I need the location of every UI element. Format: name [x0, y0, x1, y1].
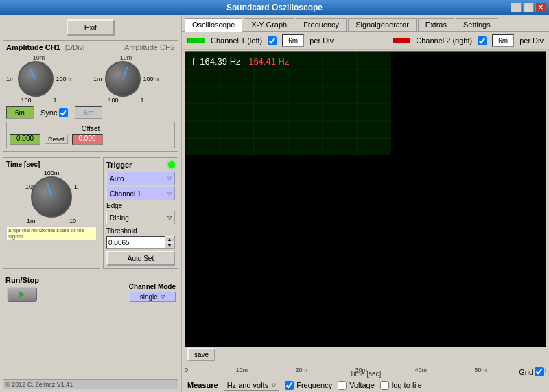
trigger-section: Trigger Auto ▽ Channel 1 ▽ Edge Rising ▽ [103, 157, 178, 269]
time-knob-area: 100m 10m 1 1m 10 [24, 170, 79, 224]
ch1-amplitude-knob[interactable] [18, 61, 54, 97]
ch2-per-div[interactable]: 6m [492, 34, 514, 47]
copyright-bar: © 2012 C. Zeitnitz V1.41 [3, 379, 178, 389]
offset-ch2-input[interactable]: 0.000 [72, 134, 103, 145]
maximize-btn[interactable]: □ [523, 3, 534, 12]
exit-button[interactable]: Exit [67, 19, 115, 36]
run-stop-knob[interactable] [7, 287, 37, 302]
sync-label: Sync [40, 108, 57, 117]
trigger-edge-arrow: ▽ [167, 215, 172, 221]
time-label-100m: 100m [44, 170, 60, 176]
time-label-10: 10 [69, 218, 76, 224]
time-label-1m: 1m [27, 218, 36, 224]
tab-oscilloscope[interactable]: Oscilloscope [185, 18, 242, 32]
sync-ch1-field[interactable]: 6m [6, 106, 34, 119]
frequency-checkbox[interactable] [285, 381, 294, 390]
threshold-spinner[interactable]: ▲ ▼ [165, 236, 174, 249]
main-container: Exit Amplitude CH1 [1/Div] Amplitude CH2… [0, 15, 549, 392]
measure-unit-label: Hz and volts [227, 381, 269, 389]
voltage-check-row: Voltage [338, 381, 375, 390]
window-controls[interactable]: — □ ✕ [511, 3, 546, 12]
channel-mode-value: single [140, 293, 158, 301]
sync-ch2-field[interactable]: 6m [75, 106, 102, 119]
measure-label: Measure [187, 381, 218, 389]
voltage-checkbox[interactable] [338, 381, 347, 390]
sync-checkbox-row: Sync [40, 108, 68, 117]
time-knob[interactable] [31, 176, 72, 218]
oscilloscope-display: ✛ f 164.39 Hz 164.41 Hz [185, 51, 546, 347]
offset-ch1-input[interactable]: 0.000 [10, 134, 40, 145]
minimize-btn[interactable]: — [511, 3, 522, 12]
channel-mode-arrow: ▽ [161, 294, 165, 300]
tick-10m: 10m [235, 367, 248, 373]
save-button[interactable]: save [187, 348, 215, 361]
threshold-up-btn[interactable]: ▲ [165, 236, 174, 242]
trigger-channel-arrow: ▽ [167, 191, 172, 197]
run-stop-triangle [19, 291, 25, 298]
time-knob-indicator [46, 183, 52, 196]
amplitude-ch1-unit: [1/Div] [65, 44, 84, 51]
amplitude-section: Amplitude CH1 [1/Div] Amplitude CH2 10m … [3, 40, 178, 152]
offset-reset-btn[interactable]: Reset [45, 135, 68, 144]
tab-bar: Oscilloscope X-Y Graph Frequency Signalg… [182, 15, 549, 32]
right-panel: Oscilloscope X-Y Graph Frequency Signalg… [182, 15, 549, 392]
ch1-knob-br-label: 1 [54, 97, 57, 104]
ch1-freq-value: 164.39 [200, 56, 227, 67]
threshold-input-wrapper: 0.0065 ▲ ▼ [106, 236, 175, 249]
frequency-label: Frequency [296, 381, 332, 389]
log-checkbox[interactable] [380, 381, 389, 390]
tick-40m: 40m [414, 367, 427, 373]
ch1-knob-indicator [29, 68, 36, 80]
tab-frequency[interactable]: Frequency [296, 18, 347, 31]
edge-label: Edge [106, 202, 175, 209]
ch1-knob-wrapper [18, 61, 54, 97]
time-axis-area: save 0 10m 20m 30m 40m 50m 55m Time [sec… [182, 349, 549, 378]
threshold-section: Threshold 0.0065 ▲ ▼ Auto Set [106, 227, 175, 266]
trigger-edge-value: Rising [110, 214, 129, 222]
trigger-channel-btn[interactable]: Channel 1 ▽ [106, 187, 175, 200]
ch2-amplitude-knob[interactable] [105, 61, 141, 97]
ch2-enable-checkbox[interactable] [478, 36, 487, 45]
tab-signal-gen[interactable]: Signalgenerator [348, 18, 417, 31]
voltage-label: Voltage [349, 381, 375, 389]
grid-checkbox[interactable] [535, 367, 544, 376]
ch1-knob-container: 10m 1m 100m 100u 1 [6, 54, 71, 104]
ch1-color-indicator [187, 38, 205, 43]
freq-prefix: f [192, 56, 195, 67]
frequency-check-row: Frequency [285, 381, 332, 390]
grid-checkbox-row: Grid [519, 367, 544, 376]
copyright-text: © 2012 C. Zeitnitz V1.41 [5, 381, 73, 388]
auto-set-btn[interactable]: Auto Set [106, 251, 175, 266]
sync-checkbox[interactable] [59, 108, 68, 117]
time-label: Time [sec] [6, 161, 97, 168]
ch1-enable-checkbox[interactable] [268, 36, 277, 45]
ch1-per-div-unit: per Div [309, 36, 334, 45]
channel-mode-select[interactable]: single ▽ [129, 292, 176, 302]
tab-extras[interactable]: Extras [418, 18, 454, 31]
trigger-mode-btn[interactable]: Auto ▽ [106, 172, 175, 185]
horizontal-scale-tooltip: ange the horizontal scale of the signal [6, 226, 97, 241]
offset-label: Offset [10, 125, 172, 132]
tab-xy-graph[interactable]: X-Y Graph [244, 18, 294, 31]
bottom-left-section: Time [sec] 100m 10m 1 1m 10 ange the hor… [3, 157, 178, 269]
ch2-channel-label: Channel 2 (right) [416, 36, 472, 45]
trigger-edge-select[interactable]: Rising ▽ [106, 211, 175, 224]
ch1-knob-top-label: 10m [33, 54, 45, 61]
tab-settings[interactable]: Settings [456, 18, 498, 31]
channel-mode-label: Channel Mode [129, 283, 176, 290]
threshold-down-btn[interactable]: ▼ [165, 242, 174, 249]
measure-unit-select[interactable]: Hz and volts ▽ [224, 380, 280, 391]
time-axis-label: Time [sec] [350, 370, 382, 378]
threshold-value: 0.0065 [107, 239, 165, 246]
channel-mode-section: Channel Mode single ▽ [129, 283, 176, 302]
ch1-knob-bl-label: 100u [21, 97, 35, 104]
ch2-knob-right-label: 100m [143, 76, 159, 82]
ch1-per-div[interactable]: 6m [282, 34, 304, 47]
tick-50m: 50m [474, 367, 487, 373]
ch1-knob-left-label: 1m [6, 76, 15, 82]
ch1-knob-right-label: 100m [56, 76, 72, 82]
trigger-led [168, 161, 175, 168]
trigger-mode-label: Auto [110, 175, 124, 183]
channel-row: Channel 1 (left) 6m per Div Channel 2 (r… [182, 32, 549, 50]
close-btn[interactable]: ✕ [535, 3, 546, 12]
